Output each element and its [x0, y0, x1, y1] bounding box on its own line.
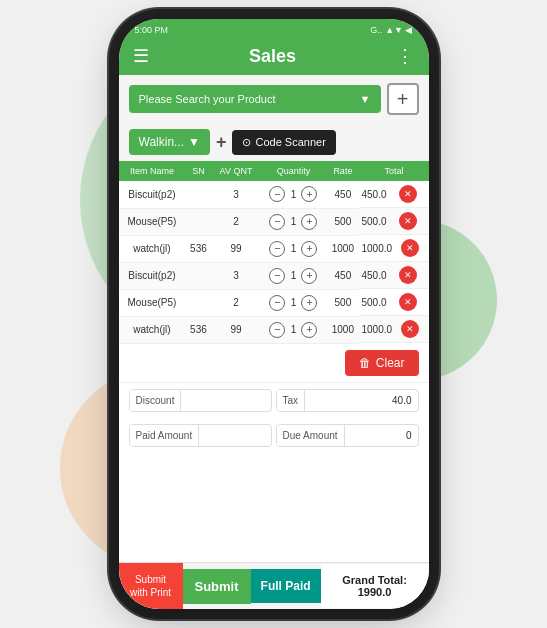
qty-decrease-button[interactable]: − — [269, 186, 285, 202]
cell-quantity: − 1 + — [261, 181, 327, 208]
qty-value: 1 — [287, 297, 299, 308]
tax-group: Tax 40.0 — [276, 389, 419, 412]
customer-row: Walkin... ▼ + ⊙ Code Scanner — [119, 123, 429, 161]
customer-dropdown[interactable]: Walkin... ▼ — [129, 129, 210, 155]
total-value: 500.0 — [361, 216, 386, 227]
discount-group: Discount — [129, 389, 272, 412]
cell-total: 1000.0 — [359, 316, 428, 343]
qty-value: 1 — [287, 270, 299, 281]
paid-value[interactable] — [199, 430, 270, 440]
scanner-label: Code Scanner — [255, 136, 325, 148]
code-scanner-button[interactable]: ⊙ Code Scanner — [232, 130, 335, 155]
phone-frame: 5:00 PM G.. ▲▼ ◀ ☰ Sales ⋮ Please Search… — [119, 19, 429, 609]
col-sn: SN — [185, 161, 211, 181]
table-row: watch(jl) 536 99 − 1 + 1000 1000.0 — [119, 235, 429, 262]
status-bar: 5:00 PM G.. ▲▼ ◀ — [119, 19, 429, 37]
total-value: 1000.0 — [361, 243, 392, 254]
qty-decrease-button[interactable]: − — [269, 295, 285, 311]
col-item-name: Item Name — [119, 161, 186, 181]
qty-increase-button[interactable]: + — [301, 214, 317, 230]
table-header-row: Item Name SN AV QNT Quantity Rate Total — [119, 161, 429, 181]
delete-row-button[interactable] — [399, 293, 417, 311]
customer-plus-icon[interactable]: + — [216, 132, 227, 153]
product-search-dropdown[interactable]: Please Search your Product ▼ — [129, 85, 381, 113]
cell-total: 500.0 — [359, 289, 428, 316]
cell-av-qnt: 3 — [212, 262, 261, 289]
grand-total: Grand Total: 1990.0 — [321, 564, 429, 608]
qty-value: 1 — [287, 216, 299, 227]
cell-quantity: − 1 + — [261, 208, 327, 235]
qty-increase-button[interactable]: + — [301, 268, 317, 284]
cell-item-name: Biscuit(p2) — [119, 262, 186, 289]
cell-quantity: − 1 + — [261, 262, 327, 289]
table-row: Biscuit(p2) 3 − 1 + 450 450.0 — [119, 181, 429, 208]
cell-av-qnt: 99 — [212, 235, 261, 262]
dropdown-arrow-icon: ▼ — [360, 93, 371, 105]
qty-value: 1 — [287, 324, 299, 335]
cell-total: 500.0 — [359, 208, 428, 235]
due-label: Due Amount — [277, 425, 345, 446]
more-options-icon[interactable]: ⋮ — [396, 45, 414, 67]
qty-increase-button[interactable]: + — [301, 186, 317, 202]
tax-value[interactable]: 40.0 — [305, 390, 417, 411]
qty-decrease-button[interactable]: − — [269, 322, 285, 338]
due-group: Due Amount 0 — [276, 424, 419, 447]
qty-decrease-button[interactable]: − — [269, 241, 285, 257]
submit-with-print-button[interactable]: Submit with Print — [119, 563, 183, 609]
delete-row-button[interactable] — [401, 320, 419, 338]
discount-tax-row: Discount Tax 40.0 — [119, 382, 429, 418]
cell-rate: 1000 — [326, 316, 359, 343]
qty-value: 1 — [287, 243, 299, 254]
hamburger-icon[interactable]: ☰ — [133, 45, 149, 67]
discount-value[interactable] — [181, 395, 270, 405]
table-row: watch(jl) 536 99 − 1 + 1000 1000.0 — [119, 316, 429, 343]
discount-label: Discount — [130, 390, 182, 411]
cell-total: 450.0 — [359, 181, 428, 208]
cell-av-qnt: 2 — [212, 289, 261, 316]
qty-increase-button[interactable]: + — [301, 241, 317, 257]
add-product-button[interactable]: + — [387, 83, 419, 115]
clear-row: 🗑 Clear — [119, 344, 429, 382]
submit-button[interactable]: Submit — [183, 569, 251, 604]
cell-total: 1000.0 — [359, 235, 428, 262]
customer-dropdown-arrow: ▼ — [188, 135, 200, 149]
qty-increase-button[interactable]: + — [301, 322, 317, 338]
cell-rate: 500 — [326, 289, 359, 316]
cell-sn: 536 — [185, 235, 211, 262]
qty-increase-button[interactable]: + — [301, 295, 317, 311]
paid-label: Paid Amount — [130, 425, 200, 446]
cell-sn — [185, 208, 211, 235]
cell-sn: 536 — [185, 316, 211, 343]
network-indicator: G.. — [370, 25, 382, 35]
cell-item-name: Biscuit(p2) — [119, 181, 186, 208]
cell-rate: 450 — [326, 262, 359, 289]
paid-group: Paid Amount — [129, 424, 272, 447]
qty-decrease-button[interactable]: − — [269, 214, 285, 230]
total-value: 450.0 — [361, 189, 386, 200]
trash-icon: 🗑 — [359, 356, 371, 370]
delete-row-button[interactable] — [399, 266, 417, 284]
col-total: Total — [359, 161, 428, 181]
clear-button[interactable]: 🗑 Clear — [345, 350, 419, 376]
cell-total: 450.0 — [359, 262, 428, 289]
full-paid-button[interactable]: Full Paid — [251, 569, 321, 603]
grand-total-value: 1990.0 — [358, 586, 392, 598]
signal-icons: ▲▼ ◀ — [385, 25, 412, 35]
cell-rate: 500 — [326, 208, 359, 235]
due-value[interactable]: 0 — [345, 425, 418, 446]
bg-decoration-leaf — [417, 220, 497, 380]
delete-row-button[interactable] — [399, 185, 417, 203]
cell-sn — [185, 181, 211, 208]
delete-row-button[interactable] — [401, 239, 419, 257]
cell-rate: 450 — [326, 181, 359, 208]
cell-av-qnt: 3 — [212, 181, 261, 208]
cell-quantity: − 1 + — [261, 289, 327, 316]
cell-quantity: − 1 + — [261, 316, 327, 343]
page-title: Sales — [249, 46, 296, 67]
cell-item-name: watch(jl) — [119, 235, 186, 262]
grand-total-label: Grand Total: — [342, 574, 407, 586]
qty-decrease-button[interactable]: − — [269, 268, 285, 284]
customer-name: Walkin... — [139, 135, 185, 149]
delete-row-button[interactable] — [399, 212, 417, 230]
cell-quantity: − 1 + — [261, 235, 327, 262]
